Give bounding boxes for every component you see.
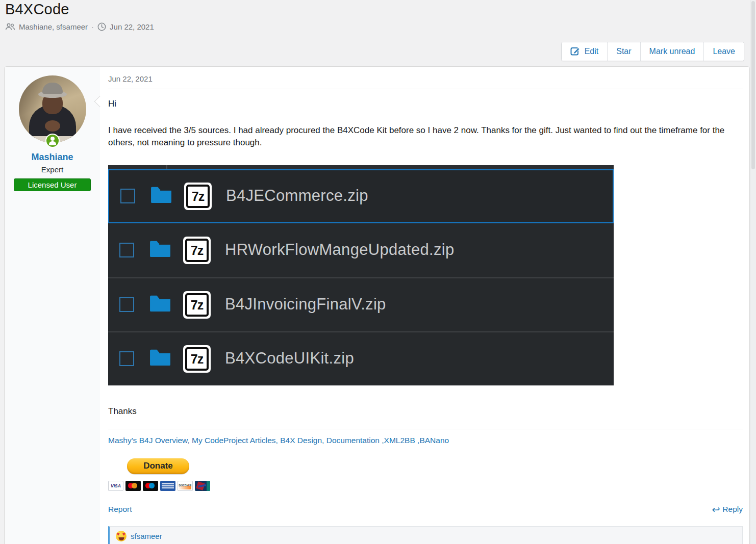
amex-card-icon [160, 481, 175, 491]
maestro-card-icon [143, 481, 158, 491]
thread-header: B4XCode Mashiane, sfsameer · Jun 22, 202… [5, 1, 154, 31]
post-body: Hi I have received the 3/5 sources. I ha… [108, 98, 743, 418]
folder-icon [148, 239, 172, 262]
reaction-bar[interactable]: ♥ ♥ sfsameer [108, 526, 743, 544]
post-greeting: Hi [108, 98, 743, 111]
star-button[interactable]: Star [608, 42, 640, 61]
discover-card-icon: DISCOVER [178, 481, 193, 491]
signature-link[interactable]: Documentation [326, 436, 380, 445]
file-checkbox[interactable] [119, 351, 134, 366]
post-action-row: Report ↩ Reply [108, 505, 743, 514]
leave-button[interactable]: Leave [704, 42, 744, 61]
file-checkbox[interactable] [119, 297, 134, 312]
mark-unread-button-label: Mark unread [649, 47, 695, 56]
reaction-user-link[interactable]: sfsameer [131, 532, 162, 540]
7zip-icon: 7z [184, 183, 212, 210]
thread-participants[interactable]: Mashiane, sfsameer [19, 22, 88, 31]
donate-widget: Donate VISA DISCOVER [127, 458, 743, 491]
edit-button-label: Edit [585, 47, 599, 56]
message-card: Mashiane Expert Licensed User Jun 22, 20… [4, 66, 750, 544]
file-name: B4JECommerce.zip [226, 185, 368, 208]
edit-button[interactable]: Edit [562, 42, 608, 61]
donate-button[interactable]: Donate [127, 458, 189, 474]
thread-meta: Mashiane, sfsameer · Jun 22, 2021 [5, 22, 154, 31]
file-row[interactable]: 7z B4XCodeUIKit.zip [108, 331, 614, 385]
file-row[interactable]: 7z B4JECommerce.zip [108, 169, 614, 223]
file-row[interactable]: 7z HRWorkFlowMangeUpdated.zip [108, 223, 614, 277]
members-icon [5, 23, 15, 31]
online-status-icon [45, 134, 60, 148]
scrollbar-thumb[interactable] [751, 1, 755, 169]
report-link[interactable]: Report [108, 505, 132, 514]
avatar[interactable] [19, 75, 86, 143]
file-checkbox[interactable] [120, 189, 135, 203]
reply-arrow-icon: ↩ [712, 505, 720, 514]
signature: Mashy's B4J Overview, My CodeProject Art… [108, 429, 743, 491]
7zip-icon: 7z [183, 237, 211, 264]
signature-link[interactable]: Mashy's B4J Overview [108, 436, 187, 445]
signature-link[interactable]: BANano [419, 436, 449, 445]
signature-separator: , [187, 436, 192, 445]
mark-unread-button[interactable]: Mark unread [641, 42, 704, 61]
thread-page: B4XCode Mashiane, sfsameer · Jun 22, 202… [0, 0, 756, 544]
column-divider [166, 165, 167, 169]
visa-card-icon: VISA [108, 481, 123, 491]
signature-separator: , [276, 436, 281, 445]
post-closing: Thanks [108, 405, 743, 418]
signature-separator: , [380, 436, 384, 445]
file-name: HRWorkFlowMangeUpdated.zip [225, 239, 454, 262]
attachment-image[interactable]: 7z B4JECommerce.zip 7z [108, 165, 614, 385]
file-name: B4XCodeUIKit.zip [225, 347, 354, 370]
folder-icon [149, 185, 173, 208]
file-row[interactable]: 7z B4JInvoicingFinalV.zip [108, 277, 614, 331]
echeck-card-icon [195, 481, 210, 491]
clock-icon [97, 22, 106, 31]
reply-link-label: Reply [722, 505, 743, 514]
scrollbar[interactable] [750, 0, 756, 544]
edit-pencil-icon [570, 46, 581, 58]
user-info-cell: Mashiane Expert Licensed User [5, 67, 100, 544]
payment-cards-row: VISA DISCOVER [108, 481, 743, 491]
star-button-label: Star [616, 47, 631, 56]
message-content: Jun 22, 2021 Hi I have received the 3/5 … [100, 67, 749, 544]
signature-separator: , [322, 436, 326, 445]
signature-link[interactable]: XML2BB [384, 436, 415, 445]
folder-icon [148, 293, 172, 317]
heart-eyes-emoji-icon: ♥ ♥ [116, 531, 127, 541]
signature-link[interactable]: B4X Design [280, 436, 322, 445]
post-date[interactable]: Jun 22, 2021 [108, 74, 743, 89]
thread-date[interactable]: Jun 22, 2021 [110, 22, 154, 31]
file-name: B4JInvoicingFinalV.zip [225, 293, 386, 316]
meta-separator: · [91, 22, 94, 31]
screenshot-top-strip [108, 165, 614, 169]
7zip-icon: 7z [183, 345, 211, 373]
author-user-title: Expert [41, 165, 63, 174]
7zip-icon: 7z [183, 291, 211, 319]
post-paragraph: I have received the 3/5 sources. I had a… [108, 124, 741, 149]
folder-icon [148, 347, 172, 371]
reply-link[interactable]: ↩ Reply [712, 505, 743, 514]
leave-button-label: Leave [713, 47, 735, 56]
thread-toolbar: Edit Star Mark unread Leave [561, 42, 744, 61]
author-username[interactable]: Mashiane [31, 152, 73, 163]
signature-link[interactable]: My CodeProject Articles [192, 436, 276, 445]
page-title: B4XCode [5, 1, 154, 18]
mastercard-card-icon [125, 481, 141, 491]
author-banner: Licensed User [14, 178, 91, 191]
file-checkbox[interactable] [119, 243, 134, 257]
